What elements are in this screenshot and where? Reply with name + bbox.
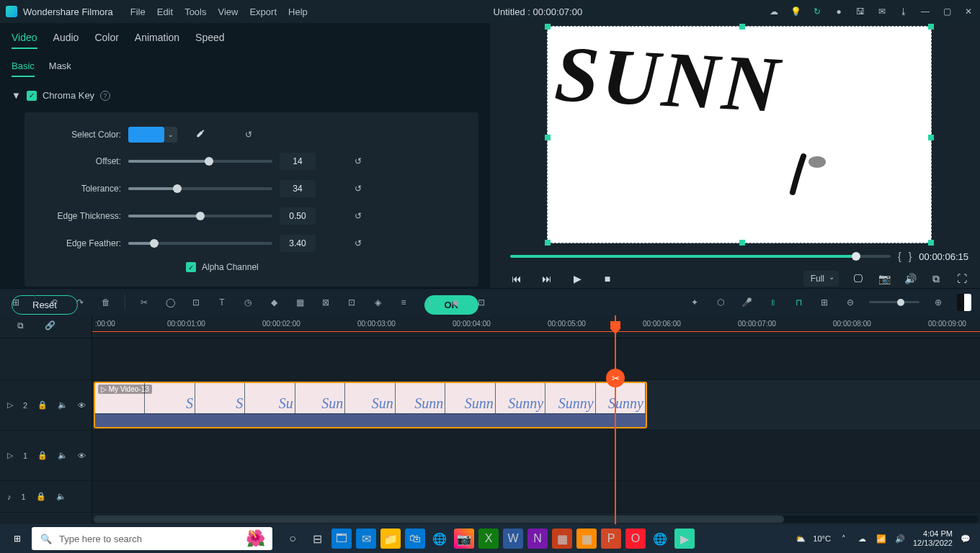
reset-offset-icon[interactable]: ↺ (352, 155, 365, 168)
spacer-track[interactable] (92, 338, 980, 380)
tab-animation[interactable]: Animation (135, 32, 179, 49)
lock-icon[interactable]: 🔒 (37, 400, 48, 410)
menu-export[interactable]: Export (249, 6, 277, 17)
visibility-icon[interactable]: 👁 (78, 401, 86, 410)
edge-thickness-value[interactable]: 0.50 (280, 207, 316, 225)
taskbar-app-icon[interactable]: ▦ (576, 529, 597, 549)
notifications-icon[interactable]: 💬 (960, 533, 971, 544)
tool-icon-4[interactable]: ⊡ (344, 295, 359, 310)
taskbar-app-icon[interactable]: ▦ (552, 529, 572, 549)
tab-speed[interactable]: Speed (195, 32, 224, 49)
taskbar-app-icon[interactable]: 🗔 (331, 529, 352, 549)
taskbar-search[interactable]: 🔍 Type here to search 🌺 (32, 527, 272, 550)
track-link-icon[interactable]: 🔗 (45, 320, 58, 333)
tool-icon-6[interactable]: ◉ (448, 295, 463, 310)
taskbar-cortana-icon[interactable]: ○ (282, 529, 303, 549)
color-swatch[interactable] (128, 127, 164, 143)
render-icon[interactable]: ✦ (687, 295, 702, 310)
close-icon[interactable]: ✕ (963, 6, 974, 17)
reset-edge-thickness-icon[interactable]: ↺ (352, 210, 365, 222)
download-icon[interactable]: ⭳ (898, 6, 909, 17)
tray-volume-icon[interactable]: 🔊 (894, 533, 906, 544)
mark-out-button[interactable]: } (909, 251, 912, 262)
tool-icon-7[interactable]: ⊡ (474, 295, 489, 310)
reset-tolerance-icon[interactable]: ↺ (352, 182, 365, 195)
prev-frame-button[interactable]: ⏮ (510, 272, 523, 285)
weather-temp[interactable]: 10°C (813, 534, 831, 543)
undo-icon[interactable]: ↶ (47, 295, 61, 310)
track-option-icon-1[interactable]: ⧉ (17, 320, 30, 333)
tool-icon-3[interactable]: ⊠ (318, 295, 333, 310)
timeline-ruler[interactable]: :00:00 00:00:01:00 00:00:02:00 00:00:03:… (92, 315, 980, 338)
color-dropdown-button[interactable]: ⌄ (164, 127, 177, 143)
keyframe-icon[interactable]: ◈ (370, 295, 385, 310)
taskbar-instagram-icon[interactable]: 📷 (454, 529, 474, 549)
delete-icon[interactable]: 🗑 (99, 295, 113, 310)
tab-audio[interactable]: Audio (53, 32, 79, 49)
mail-icon[interactable]: ✉ (876, 6, 888, 17)
taskbar-word-icon[interactable]: W (503, 529, 523, 549)
menu-tools[interactable]: Tools (184, 6, 206, 17)
voiceover-icon[interactable]: 🎤 (739, 295, 754, 310)
mute-icon[interactable]: 🔈 (58, 451, 68, 460)
media-browser-icon[interactable]: ⊞ (9, 295, 23, 310)
alpha-channel-checkbox[interactable]: ✓ (186, 262, 196, 272)
tab-mask[interactable]: Mask (49, 60, 71, 77)
preview-canvas[interactable]: SUNN (547, 26, 932, 243)
save-icon[interactable]: 🖫 (855, 6, 866, 17)
crop-icon[interactable]: ⊡ (189, 295, 203, 310)
marker-icon[interactable]: ⬡ (713, 295, 728, 310)
lock-icon[interactable]: 🔒 (36, 492, 46, 501)
speed-icon[interactable]: ◷ (241, 295, 255, 310)
pip-icon[interactable]: ⧉ (930, 272, 943, 285)
video-track-1[interactable] (92, 431, 980, 481)
zoom-out-icon[interactable]: ⊖ (843, 295, 858, 310)
magnet-icon[interactable]: ⊓ (791, 295, 806, 310)
taskbar-excel-icon[interactable]: X (478, 529, 499, 549)
taskbar-onenote-icon[interactable]: N (527, 529, 548, 549)
taskbar-taskview-icon[interactable]: ⊟ (307, 529, 327, 549)
taskbar-clock[interactable]: 4:04 PM 12/13/2022 (913, 529, 953, 548)
mute-icon[interactable]: 🔈 (56, 492, 66, 501)
mixer-icon[interactable]: ⫴ (765, 295, 780, 310)
collapse-chevron-icon[interactable]: ▼ (12, 90, 21, 101)
maximize-icon[interactable]: ▢ (941, 6, 953, 17)
minimize-icon[interactable]: — (919, 6, 931, 17)
color-icon[interactable]: ◆ (267, 295, 281, 310)
eyedropper-icon[interactable] (195, 129, 206, 140)
video-clip[interactable]: ▷ My Video-13 SS SuSunSun SunnSunnSunny … (94, 382, 647, 428)
display-icon[interactable]: 🖵 (852, 272, 865, 285)
tray-wifi-icon[interactable]: 📶 (876, 533, 887, 544)
taskbar-chrome-icon[interactable]: 🌐 (650, 529, 670, 549)
weather-icon[interactable]: ⛅ (796, 534, 806, 544)
taskbar-opera-icon[interactable]: O (625, 529, 646, 549)
tool-icon-1[interactable]: ◯ (163, 295, 177, 310)
scrub-bar[interactable] (510, 255, 891, 258)
help-icon[interactable]: ? (100, 91, 110, 101)
cloud-icon[interactable]: ☁ (768, 6, 780, 17)
taskbar-powerpoint-icon[interactable]: P (601, 529, 621, 549)
tab-color[interactable]: Color (94, 32, 118, 49)
split-icon[interactable]: ✂ (137, 295, 151, 310)
mute-icon[interactable]: 🔈 (58, 400, 68, 410)
timeline-body[interactable]: :00:00 00:00:01:00 00:00:02:00 00:00:03:… (92, 315, 980, 524)
taskbar-explorer-icon[interactable]: 📁 (380, 529, 401, 549)
redo-icon[interactable]: ↷ (73, 295, 87, 310)
tab-video[interactable]: Video (12, 32, 37, 49)
tolerance-slider[interactable] (128, 187, 272, 190)
menu-file[interactable]: File (130, 6, 146, 17)
tool-icon-2[interactable]: ▦ (293, 295, 307, 310)
tool-icon-5[interactable]: ≡ (396, 295, 411, 310)
start-button[interactable]: ⊞ (3, 524, 32, 553)
audio-track-1[interactable] (92, 481, 980, 513)
offset-value[interactable]: 14 (280, 153, 316, 170)
timeline-h-scrollbar[interactable] (94, 516, 979, 523)
reset-edge-feather-icon[interactable]: ↺ (352, 237, 365, 250)
text-icon[interactable]: T (215, 295, 229, 310)
audio-tool-icon[interactable]: ⫴ (422, 295, 437, 310)
taskbar-mail-icon[interactable]: ✉ (356, 529, 376, 549)
playhead[interactable]: ✂ (615, 315, 616, 524)
taskbar-edge-icon[interactable]: 🌐 (429, 529, 450, 549)
add-track-icon[interactable]: ⊞ (817, 295, 832, 310)
bulb-icon[interactable]: 💡 (790, 6, 801, 17)
